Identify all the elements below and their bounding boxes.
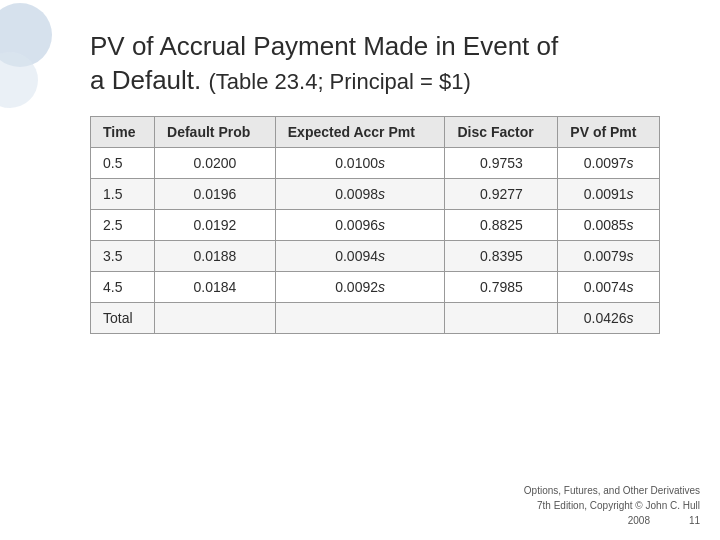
col-header-time: Time [91,116,155,147]
table-cell: 0.0092s [275,271,445,302]
table-cell: 3.5 [91,240,155,271]
table-row: 3.50.01880.0094s0.83950.0079s [91,240,660,271]
table-cell: 0.0100s [275,147,445,178]
table-cell: 1.5 [91,178,155,209]
table-cell: 0.9277 [445,178,558,209]
table-cell: 0.7985 [445,271,558,302]
table-cell: 2.5 [91,209,155,240]
table-cell: 0.8825 [445,209,558,240]
table-cell: 0.0184 [155,271,276,302]
table-row: 4.50.01840.0092s0.79850.0074s [91,271,660,302]
table-cell: 0.0094s [275,240,445,271]
table-cell [155,302,276,333]
table-cell: 0.0091s [558,178,660,209]
table-cell: 0.0192 [155,209,276,240]
table-cell: 0.0074s [558,271,660,302]
table-cell: Total [91,302,155,333]
table-cell: 0.0196 [155,178,276,209]
table-cell: 0.0098s [275,178,445,209]
table-cell: 0.0426s [558,302,660,333]
table-cell: 0.9753 [445,147,558,178]
table-row: 0.50.02000.0100s0.97530.0097s [91,147,660,178]
table-row: 2.50.01920.0096s0.88250.0085s [91,209,660,240]
footer-text: Options, Futures, and Other Derivatives … [524,483,700,528]
col-header-default-prob: Default Prob [155,116,276,147]
col-header-disc-factor: Disc Factor [445,116,558,147]
table-cell: 0.5 [91,147,155,178]
table-row: 1.50.01960.0098s0.92770.0091s [91,178,660,209]
decorative-circles [0,0,80,120]
table-row: Total0.0426s [91,302,660,333]
col-header-pv-of-pmt: PV of Pmt [558,116,660,147]
table-cell: 0.0188 [155,240,276,271]
table-cell: 0.0079s [558,240,660,271]
table-cell: 0.0096s [275,209,445,240]
table-cell [445,302,558,333]
table-cell [275,302,445,333]
table-cell: 0.0097s [558,147,660,178]
page-title: PV of Accrual Payment Made in Event of a… [90,30,700,98]
table-cell: 4.5 [91,271,155,302]
table-cell: 0.0200 [155,147,276,178]
data-table: Time Default Prob Expected Accr Pmt Disc… [90,116,660,334]
col-header-expected-accr-pmt: Expected Accr Pmt [275,116,445,147]
table-cell: 0.0085s [558,209,660,240]
table-cell: 0.8395 [445,240,558,271]
